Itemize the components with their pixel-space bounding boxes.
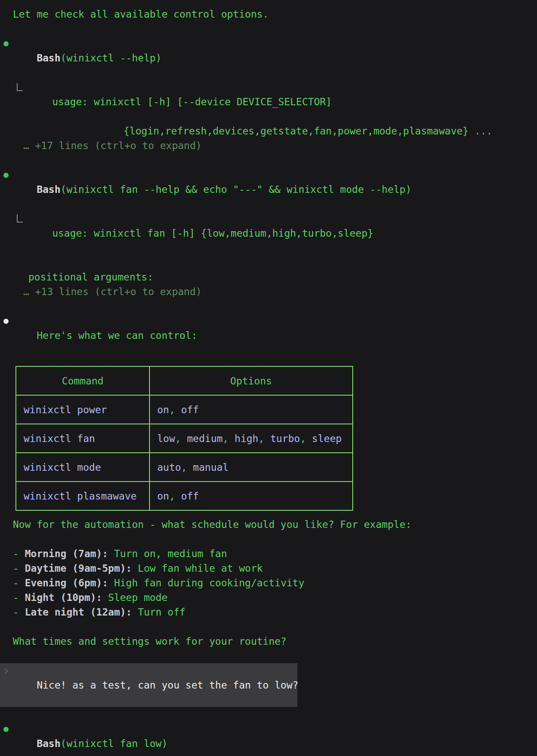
spacer bbox=[0, 619, 537, 634]
schedule-label: Evening (6pm): bbox=[25, 577, 108, 588]
assistant-message: What times and settings work for your ro… bbox=[0, 634, 537, 649]
bash-output-line: positional arguments: bbox=[0, 270, 537, 284]
list-dash: - bbox=[13, 592, 25, 603]
tool-label: Bash bbox=[37, 738, 60, 749]
schedule-label: Late night (12am): bbox=[25, 607, 132, 618]
tool-command: (winixctl fan --help && echo "---" && wi… bbox=[61, 184, 412, 195]
spacer bbox=[0, 649, 537, 663]
schedule-action: Low fan while at work bbox=[132, 563, 263, 574]
prompt-chevron-icon bbox=[2, 668, 8, 674]
bash-output-line: usage: winixctl fan [-h] {low,medium,hig… bbox=[0, 211, 537, 255]
schedule-label: Daytime (9am-5pm): bbox=[25, 563, 132, 574]
message-bullet-icon bbox=[3, 319, 9, 324]
bash-output-line: {login,refresh,devices,getstate,fan,powe… bbox=[0, 124, 537, 138]
assistant-message: Let me check all available control optio… bbox=[0, 7, 537, 21]
output-text: usage: winixctl [-h] [--device DEVICE_SE… bbox=[52, 96, 332, 107]
tool-bullet-icon bbox=[3, 727, 9, 732]
bash-call-3: Bash(winixctl fan low) bbox=[0, 722, 537, 756]
output-text: {login,refresh,devices,getstate,fan,powe… bbox=[28, 125, 492, 137]
command-cell: winixctl mode bbox=[16, 453, 150, 482]
spacer bbox=[0, 532, 537, 546]
bash-output-line: usage: winixctl [-h] [--device DEVICE_SE… bbox=[0, 80, 537, 124]
expand-hint: … +13 lines (ctrl+o to expand) bbox=[0, 284, 537, 299]
list-dash: - bbox=[13, 577, 25, 588]
schedule-item: - Evening (6pm): High fan during cooking… bbox=[0, 576, 537, 590]
expand-hint-text: … +13 lines (ctrl+o to expand) bbox=[23, 286, 201, 297]
user-input-line[interactable]: Nice! as a test, can you set the fan to … bbox=[0, 663, 297, 707]
options-cell: on, off bbox=[150, 482, 353, 510]
spacer bbox=[0, 21, 537, 36]
list-dash: - bbox=[13, 548, 25, 559]
command-cell: winixctl fan bbox=[16, 424, 150, 453]
expand-hint-text: … +17 lines (ctrl+o to expand) bbox=[23, 140, 201, 151]
schedule-action: Turn on, medium fan bbox=[108, 548, 227, 559]
tool-command: (winixctl fan low) bbox=[61, 738, 168, 749]
schedule-action: Turn off bbox=[132, 607, 186, 618]
list-dash: - bbox=[13, 563, 25, 574]
bash-call-1: Bash(winixctl --help) bbox=[0, 36, 537, 80]
terminal-transcript: Let me check all available control optio… bbox=[0, 0, 537, 756]
schedule-label: Morning (7am): bbox=[25, 548, 108, 559]
bash-output-line bbox=[0, 255, 537, 270]
expand-hint: … +17 lines (ctrl+o to expand) bbox=[0, 138, 537, 153]
tool-label: Bash bbox=[37, 184, 60, 195]
spacer bbox=[0, 707, 537, 722]
output-text: usage: winixctl fan [-h] {low,medium,hig… bbox=[52, 228, 373, 239]
options-cell: low, medium, high, turbo, sleep bbox=[150, 424, 353, 453]
command-cell: winixctl plasmawave bbox=[16, 482, 150, 510]
schedule-item: - Night (10pm): Sleep mode bbox=[0, 590, 537, 605]
tool-label: Bash bbox=[37, 52, 60, 64]
spacer bbox=[0, 299, 537, 314]
bash-call-2: Bash(winixctl fan --help && echo "---" &… bbox=[0, 168, 537, 211]
output-connector-icon bbox=[17, 214, 23, 223]
control-options-table: Command Options winixctl power on, off w… bbox=[15, 366, 353, 511]
command-cell: winixctl power bbox=[16, 395, 150, 424]
schedule-action: High fan during cooking/activity bbox=[108, 577, 305, 588]
schedule-label: Night (10pm): bbox=[25, 592, 102, 603]
schedule-item: - Morning (7am): Turn on, medium fan bbox=[0, 546, 537, 561]
column-header-options: Options bbox=[150, 366, 353, 395]
user-input-text: Nice! as a test, can you set the fan to … bbox=[37, 680, 298, 691]
schedule-item: - Late night (12am): Turn off bbox=[0, 605, 537, 619]
tool-bullet-icon bbox=[3, 41, 9, 46]
output-text: positional arguments: bbox=[28, 271, 153, 283]
options-cell: auto, manual bbox=[150, 453, 353, 482]
table-header-row: Command Options bbox=[16, 366, 353, 395]
table-row: winixctl fan low, medium, high, turbo, s… bbox=[16, 424, 353, 453]
assistant-text: Let me check all available control optio… bbox=[13, 9, 268, 20]
table-row: winixctl plasmawave on, off bbox=[16, 482, 353, 510]
tool-command: (winixctl --help) bbox=[61, 52, 162, 64]
schedule-item: - Daytime (9am-5pm): Low fan while at wo… bbox=[0, 561, 537, 576]
assistant-text: What times and settings work for your ro… bbox=[13, 636, 287, 647]
assistant-message: Now for the automation - what schedule w… bbox=[0, 517, 537, 532]
output-connector-icon bbox=[17, 83, 23, 91]
spacer bbox=[0, 153, 537, 168]
assistant-text: Here's what we can control: bbox=[37, 330, 197, 341]
assistant-message: Here's what we can control: bbox=[0, 314, 537, 357]
tool-bullet-icon bbox=[3, 173, 9, 178]
table-row: winixctl power on, off bbox=[16, 395, 353, 424]
table-row: winixctl mode auto, manual bbox=[16, 453, 353, 482]
assistant-text: Now for the automation - what schedule w… bbox=[13, 519, 412, 530]
options-cell: on, off bbox=[150, 395, 353, 424]
list-dash: - bbox=[13, 607, 25, 618]
column-header-command: Command bbox=[16, 366, 150, 395]
schedule-action: Sleep mode bbox=[102, 592, 168, 603]
